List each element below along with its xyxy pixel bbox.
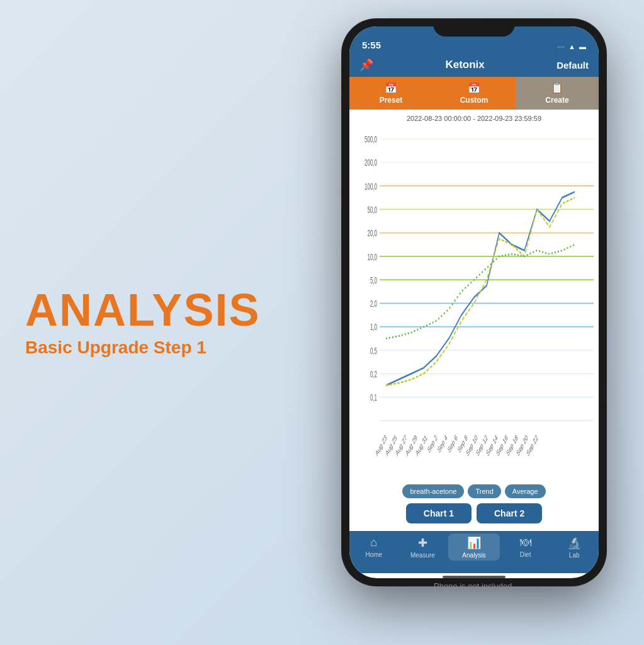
- app-title: Ketonix: [445, 59, 484, 71]
- tab-create-label: Create: [545, 96, 568, 105]
- svg-text:100,0: 100,0: [364, 181, 377, 191]
- nav-lab-label: Lab: [569, 552, 580, 559]
- tab-preset-label: Preset: [380, 96, 403, 105]
- nav-analysis-label: Analysis: [462, 552, 485, 559]
- legend-average[interactable]: Average: [505, 484, 546, 498]
- svg-text:0,1: 0,1: [370, 392, 377, 402]
- svg-text:0,5: 0,5: [370, 345, 377, 356]
- nav-measure[interactable]: ✚ Measure: [398, 536, 448, 561]
- svg-text:50,0: 50,0: [367, 204, 377, 215]
- svg-text:5,0: 5,0: [370, 275, 377, 285]
- nav-measure-label: Measure: [410, 552, 435, 559]
- nav-diet[interactable]: 🍽 Diet: [501, 536, 550, 561]
- wifi-icon: ▲: [568, 43, 575, 50]
- status-icons: ···· ▲ ▬: [557, 43, 586, 50]
- svg-text:Sep 6: Sep 6: [447, 433, 458, 455]
- svg-text:Sep 2: Sep 2: [427, 433, 438, 455]
- chart-area: 500,0 200,0 100,0 50,0 20,0 10,0 5,0 2,0…: [349, 125, 599, 479]
- svg-text:1,0: 1,0: [370, 322, 377, 333]
- nav-home-label: Home: [365, 551, 382, 558]
- battery-icon: ▬: [579, 43, 586, 50]
- lab-icon: 🔬: [567, 536, 581, 550]
- status-time: 5:55: [362, 40, 381, 50]
- app-header: 📌 Ketonix Default: [349, 54, 599, 77]
- phone-screen: 5:55 ···· ▲ ▬ 📌 Ketonix Default 📅 Preset: [349, 26, 599, 578]
- svg-text:Sep 22: Sep 22: [526, 433, 539, 458]
- nav-home[interactable]: ⌂ Home: [349, 536, 398, 561]
- svg-text:20,0: 20,0: [367, 228, 377, 239]
- tab-custom[interactable]: 📅 Custom: [432, 77, 516, 110]
- svg-text:10,0: 10,0: [367, 251, 377, 262]
- phone-mockup: 5:55 ···· ▲ ▬ 📌 Ketonix Default 📅 Preset: [342, 19, 606, 586]
- legend-trend[interactable]: Trend: [468, 484, 500, 498]
- phone-note: Phone is not included.: [434, 581, 514, 591]
- header-action[interactable]: Default: [556, 60, 589, 71]
- measure-icon: ✚: [418, 536, 427, 550]
- legend-area: breath-acetone Trend Average: [349, 479, 599, 501]
- svg-text:500,0: 500,0: [364, 134, 377, 145]
- left-panel: ANALYSIS Basic Upgrade Step 1: [25, 287, 302, 358]
- tab-custom-label: Custom: [460, 96, 489, 105]
- nav-lab[interactable]: 🔬 Lab: [550, 536, 599, 561]
- pin-icon[interactable]: 📌: [359, 58, 373, 72]
- tab-create[interactable]: 📋 Create: [516, 77, 599, 110]
- main-title: ANALYSIS: [25, 287, 302, 333]
- svg-text:0,2: 0,2: [370, 368, 377, 379]
- chart1-button[interactable]: Chart 1: [406, 503, 472, 523]
- svg-text:200,0: 200,0: [364, 157, 377, 168]
- home-bar: [443, 576, 506, 578]
- bottom-nav: ⌂ Home ✚ Measure 📊 Analysis 🍽 Diet 🔬: [349, 531, 599, 573]
- legend-breath-acetone[interactable]: breath-acetone: [402, 484, 464, 498]
- main-content: 2022-08-23 00:00:00 - 2022-09-23 23:59:5…: [349, 110, 599, 531]
- main-subtitle: Basic Upgrade Step 1: [25, 338, 302, 358]
- custom-icon: 📅: [468, 82, 480, 94]
- phone-notch: [433, 19, 515, 37]
- svg-text:Sep 4: Sep 4: [437, 433, 448, 455]
- tab-preset[interactable]: 📅 Preset: [349, 77, 432, 110]
- date-range: 2022-08-23 00:00:00 - 2022-09-23 23:59:5…: [349, 110, 599, 125]
- chart2-button[interactable]: Chart 2: [477, 503, 542, 523]
- nav-analysis[interactable]: 📊 Analysis: [448, 534, 500, 561]
- chart-svg: 500,0 200,0 100,0 50,0 20,0 10,0 5,0 2,0…: [354, 127, 594, 479]
- home-icon: ⌂: [370, 536, 377, 549]
- preset-icon: 📅: [385, 82, 397, 94]
- svg-text:Aug 31: Aug 31: [415, 433, 428, 458]
- create-icon: 📋: [551, 82, 563, 94]
- phone-outer: 5:55 ···· ▲ ▬ 📌 Ketonix Default 📅 Preset: [342, 19, 606, 586]
- analysis-icon: 📊: [467, 536, 481, 550]
- chart-buttons-area: Chart 1 Chart 2: [349, 501, 599, 531]
- svg-text:2,0: 2,0: [370, 298, 377, 309]
- signal-icon: ····: [557, 43, 565, 50]
- preset-tabs: 📅 Preset 📅 Custom 📋 Create: [349, 77, 599, 110]
- nav-diet-label: Diet: [520, 551, 531, 558]
- diet-icon: 🍽: [520, 536, 531, 549]
